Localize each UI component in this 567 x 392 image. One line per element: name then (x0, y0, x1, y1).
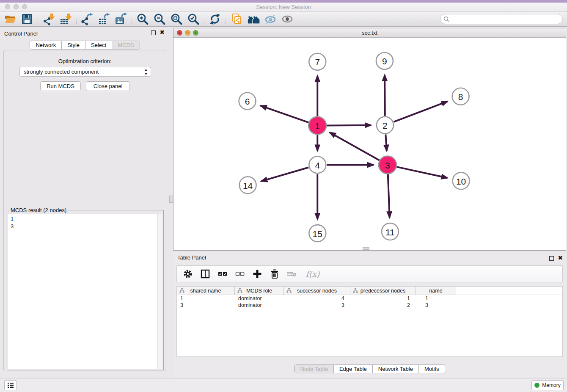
criterion-value: strongly connected component (24, 69, 99, 75)
zoom-selected-button[interactable] (185, 12, 202, 26)
float-panel-icon[interactable] (151, 30, 156, 35)
result-scrollbar[interactable] (157, 214, 162, 369)
column-tree-icon (179, 288, 184, 293)
zoom-out-button[interactable] (151, 12, 168, 26)
canvas-splitter-handle[interactable] (363, 247, 369, 250)
network-graph: 1234678910111415 (173, 38, 566, 250)
edge-3-to-11[interactable] (388, 174, 390, 218)
edge-2-to-8[interactable] (394, 101, 447, 121)
app-titlebar: Session: New Session (0, 3, 567, 12)
column-header-shared-name[interactable]: shared name (177, 287, 235, 295)
export-network-icon (81, 13, 94, 25)
toolbar-separator (132, 13, 132, 25)
show-panels-button[interactable] (4, 380, 17, 390)
tab-motifs[interactable]: Motifs (418, 365, 445, 373)
edge-1-to-2[interactable] (327, 125, 371, 126)
column-label: shared name (190, 288, 221, 294)
cell-name: 1 (416, 295, 456, 301)
edge-4-to-14[interactable] (261, 168, 308, 182)
delete-column-button (287, 269, 297, 279)
column-header-name[interactable]: name (416, 287, 456, 295)
table-row-1[interactable]: 1dominator411 (177, 295, 562, 302)
zoom-in-button[interactable] (134, 12, 151, 26)
eye-slash-icon (264, 13, 277, 25)
column-tree-icon (237, 288, 242, 293)
column-header-predecessor-nodes[interactable]: predecessor nodes (350, 287, 416, 295)
close-panel-button[interactable]: Close panel (86, 81, 130, 91)
memory-button[interactable]: Memory (531, 380, 564, 390)
zoom-out-icon (153, 13, 166, 25)
edge-3-to-10[interactable] (396, 167, 447, 178)
export-table-button[interactable] (96, 12, 113, 26)
mcds-result-area[interactable]: 1 3 (8, 214, 162, 369)
table-row-2[interactable]: 3dominator323 (177, 302, 562, 309)
float-table-panel-icon[interactable] (549, 256, 554, 261)
node-label-2: 2 (383, 121, 388, 130)
select-all-button[interactable] (217, 269, 228, 279)
open-file-button[interactable] (2, 12, 19, 26)
close-panel-icon[interactable]: ✖ (160, 29, 165, 36)
tab-network[interactable]: Network (30, 41, 61, 49)
cell-successor-nodes: 4 (284, 295, 350, 301)
node-label-9: 9 (382, 56, 387, 66)
trash-icon (270, 269, 279, 279)
home-overview-button[interactable] (245, 12, 262, 26)
network-window-titlebar[interactable]: ✕ − + scc.txt (173, 28, 566, 38)
node-label-10: 10 (456, 177, 466, 186)
import-table-button[interactable] (57, 12, 74, 26)
edge-2-to-3[interactable] (385, 135, 386, 151)
delete-column-icon (287, 270, 297, 278)
column-header-MCDS-role[interactable]: MCDS role (235, 287, 284, 295)
edge-2-to-9[interactable] (385, 75, 385, 116)
table-panel-tabs: Node TableEdge TableNetwork TableMotifs (294, 364, 445, 373)
hide-annotations-button[interactable] (262, 12, 279, 26)
tab-node-table[interactable]: Node Table (295, 365, 333, 373)
column-label: successor nodes (297, 288, 337, 294)
eye-icon (281, 13, 294, 25)
node-label-15: 15 (313, 229, 322, 239)
vertical-splitter-handle[interactable] (169, 196, 173, 203)
tab-select[interactable]: Select (85, 41, 112, 49)
list-icon (7, 382, 14, 388)
save-session-button[interactable] (19, 12, 36, 26)
table-settings-button[interactable] (183, 269, 193, 279)
delete-row-button[interactable] (270, 269, 280, 279)
tab-edge-table[interactable]: Edge Table (333, 365, 372, 373)
table-header-row: shared nameMCDS rolesuccessor nodesprede… (177, 287, 562, 295)
edge-1-to-6[interactable] (261, 106, 309, 123)
import-network-button[interactable] (40, 12, 57, 26)
criterion-dropdown[interactable]: strongly connected component (19, 67, 151, 77)
close-table-panel-icon[interactable]: ✖ (558, 254, 563, 261)
column-layout-button[interactable] (200, 269, 210, 279)
clone-network-button[interactable] (228, 12, 245, 26)
export-table-icon (98, 13, 110, 25)
deselect-all-button[interactable] (235, 269, 245, 279)
show-annotations-button[interactable] (279, 12, 296, 26)
tab-mcds[interactable]: MCDS (112, 41, 139, 49)
table-panel-title: Table Panel (177, 254, 206, 261)
optimization-criterion-label: Optimization criterion: (4, 58, 166, 64)
search-input[interactable] (440, 14, 563, 24)
zoom-fit-button[interactable] (168, 12, 185, 26)
application-window: Session: New Session (0, 0, 567, 392)
network-canvas[interactable]: 1234678910111415 (173, 38, 566, 250)
control-panel: Control Panel ✖ NetworkStyleSelectMCDS O… (0, 27, 170, 378)
edge-3-to-1[interactable] (330, 133, 380, 160)
export-image-button[interactable] (113, 12, 129, 26)
add-row-button[interactable] (252, 269, 262, 279)
refresh-button[interactable] (206, 12, 223, 26)
network-view-window: ✕ − + scc.txt 1234678910111415 (173, 28, 566, 251)
mcds-result-text: 1 3 (8, 214, 157, 369)
export-network-button[interactable] (79, 12, 96, 26)
search-field-wrap (440, 14, 563, 24)
import-table-icon (59, 13, 72, 25)
column-header-successor-nodes[interactable]: successor nodes (284, 287, 350, 295)
table-toolbar: f(x) (176, 265, 563, 282)
node-label-6: 6 (245, 97, 250, 106)
cell-MCDS-role: dominator (235, 295, 284, 301)
control-panel-title: Control Panel (4, 30, 38, 37)
run-mcds-button[interactable]: Run MCDS (40, 81, 81, 91)
clone-network-icon (230, 13, 243, 25)
tab-style[interactable]: Style (61, 41, 85, 49)
tab-network-table[interactable]: Network Table (372, 365, 418, 373)
